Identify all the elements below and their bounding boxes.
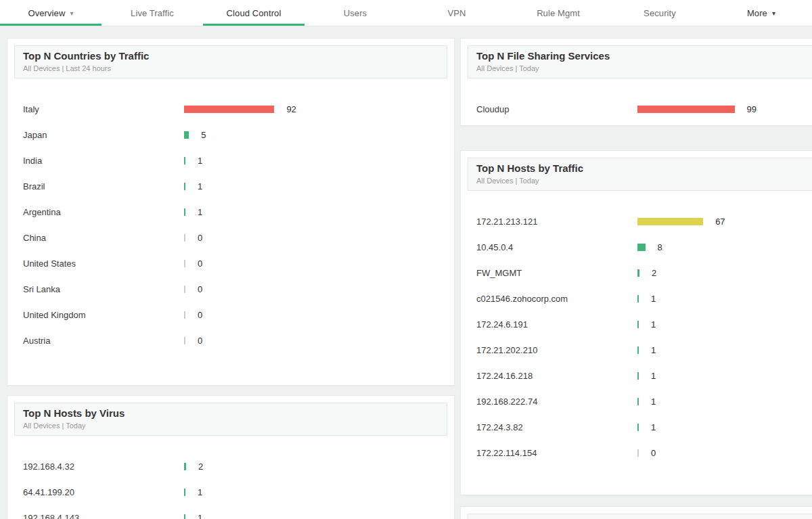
row-label: 172.21.213.121 bbox=[476, 217, 637, 227]
row-label: Italy bbox=[23, 104, 184, 114]
left-column: Top N Countries by Traffic All Devices |… bbox=[7, 38, 455, 519]
nav-tab-label: Rule Mgmt bbox=[537, 8, 580, 18]
card-title: Top N File Sharing Services bbox=[476, 50, 812, 62]
row-value: 5 bbox=[201, 130, 206, 140]
bar[interactable] bbox=[637, 106, 735, 113]
chart-row[interactable]: 172.24.6.191 1 bbox=[461, 311, 812, 337]
row-label: 172.22.114.154 bbox=[476, 448, 637, 458]
row-label: 172.24.6.191 bbox=[476, 319, 637, 330]
bar[interactable] bbox=[637, 372, 639, 380]
row-label: 192.168.4.32 bbox=[23, 461, 184, 472]
nav-tab[interactable]: Live Traffic bbox=[102, 0, 203, 26]
bar[interactable] bbox=[184, 260, 185, 267]
chart-row[interactable]: 10.45.0.4 8 bbox=[461, 234, 812, 260]
bar[interactable] bbox=[184, 311, 185, 319]
chart-row[interactable]: China 0 bbox=[7, 225, 454, 250]
chart-row[interactable]: Italy 92 bbox=[7, 96, 454, 122]
nav-tab[interactable]: VPN bbox=[406, 0, 508, 26]
row-label: Brazil bbox=[23, 181, 184, 191]
bar[interactable] bbox=[637, 449, 639, 457]
row-value: 92 bbox=[286, 104, 296, 114]
chart-row[interactable]: 192.168.4.32 2 bbox=[7, 453, 454, 479]
chart-row[interactable]: 192.168.4.143 1 bbox=[7, 505, 454, 519]
nav-tab[interactable]: Users bbox=[304, 0, 406, 26]
bar[interactable] bbox=[184, 208, 185, 216]
row-value: 0 bbox=[198, 336, 202, 346]
chart-row[interactable]: Sri Lanka 0 bbox=[7, 276, 454, 302]
row-label: Sri Lanka bbox=[23, 284, 184, 294]
row-value: 1 bbox=[198, 181, 202, 191]
chart-row[interactable]: Brazil 1 bbox=[7, 173, 454, 199]
card-header: Top N Hosts by Virus All Devices | Today bbox=[14, 403, 447, 436]
row-value: 1 bbox=[651, 422, 656, 432]
bar[interactable] bbox=[637, 346, 639, 354]
nav-tab-label: VPN bbox=[447, 8, 466, 18]
row-label: Cloudup bbox=[476, 104, 637, 114]
bar[interactable] bbox=[184, 463, 186, 470]
row-label: 10.45.0.4 bbox=[476, 242, 637, 252]
bar[interactable] bbox=[637, 398, 639, 405]
bar[interactable] bbox=[184, 514, 185, 519]
bar[interactable] bbox=[184, 106, 274, 113]
bar[interactable] bbox=[184, 337, 185, 344]
row-value: 8 bbox=[658, 242, 662, 252]
row-label: FW_MGMT bbox=[476, 268, 637, 278]
row-value: 67 bbox=[715, 217, 725, 227]
card-subtitle: All Devices | Last 24 hours bbox=[23, 64, 438, 73]
bar[interactable] bbox=[184, 286, 185, 293]
country-bar-list: Italy 92 Japan 5 India 1 Brazil bbox=[7, 85, 454, 353]
bar[interactable] bbox=[637, 244, 646, 251]
chart-row[interactable]: c021546.zohocorp.com 1 bbox=[461, 286, 812, 311]
nav-tab-label: Users bbox=[344, 8, 367, 18]
row-label: India bbox=[23, 156, 184, 166]
row-value: 0 bbox=[198, 233, 202, 243]
row-label: Austria bbox=[23, 336, 184, 346]
row-label: United States bbox=[23, 258, 184, 269]
nav-tab-label: Overview bbox=[28, 8, 65, 18]
chart-row[interactable]: 64.41.199.20 1 bbox=[7, 479, 454, 505]
chart-row[interactable]: Offcloud 0 bbox=[461, 122, 812, 126]
row-value: 1 bbox=[651, 319, 656, 330]
chevron-down-icon: ▾ bbox=[70, 9, 73, 17]
chart-row[interactable]: FW_MGMT 2 bbox=[461, 260, 812, 286]
chart-row[interactable]: 172.22.114.154 0 bbox=[461, 440, 812, 466]
chart-row[interactable]: Japan 5 bbox=[7, 122, 454, 148]
card-top-file-sharing-services: Top N File Sharing Services All Devices … bbox=[460, 38, 812, 126]
bar[interactable] bbox=[637, 424, 639, 431]
bar[interactable] bbox=[637, 218, 703, 225]
row-value: 1 bbox=[198, 513, 202, 519]
chart-row[interactable]: 172.24.3.82 1 bbox=[461, 414, 812, 440]
chart-row[interactable]: United Kingdom 0 bbox=[7, 302, 454, 328]
file-sharing-bar-list: Cloudup 99 Offcloud 0 bbox=[461, 85, 812, 126]
row-label: Argentina bbox=[23, 207, 184, 217]
chart-row[interactable]: 172.21.202.210 1 bbox=[461, 337, 812, 363]
chart-row[interactable]: 172.21.213.121 67 bbox=[461, 208, 812, 234]
row-value: 1 bbox=[198, 487, 202, 497]
bar[interactable] bbox=[637, 295, 639, 302]
chart-row[interactable]: Austria 0 bbox=[7, 328, 454, 353]
chart-row[interactable]: 172.24.16.218 1 bbox=[461, 363, 812, 388]
bar[interactable] bbox=[184, 131, 189, 139]
nav-tab[interactable]: Overview ▾ bbox=[0, 0, 102, 26]
bar[interactable] bbox=[184, 489, 185, 496]
bar[interactable] bbox=[184, 157, 185, 164]
nav-tab[interactable]: Cloud Control bbox=[203, 0, 304, 26]
bar[interactable] bbox=[637, 269, 639, 277]
nav-tab[interactable]: Security bbox=[609, 0, 710, 26]
bar[interactable] bbox=[637, 321, 639, 328]
chart-row[interactable]: Argentina 1 bbox=[7, 199, 454, 225]
nav-tab-label: Live Traffic bbox=[131, 8, 174, 18]
chart-row[interactable]: 192.168.222.74 1 bbox=[461, 388, 812, 414]
chevron-down-icon: ▾ bbox=[772, 9, 775, 17]
nav-tab[interactable]: More ▾ bbox=[710, 0, 812, 26]
chart-row[interactable]: India 1 bbox=[7, 148, 454, 173]
card-top-hosts-by-traffic: Top N Hosts by Traffic All Devices | Tod… bbox=[460, 150, 812, 495]
card-top-countries-by-traffic: Top N Countries by Traffic All Devices |… bbox=[7, 38, 455, 386]
chart-row[interactable]: United States 0 bbox=[7, 250, 454, 276]
nav-tab[interactable]: Rule Mgmt bbox=[508, 0, 609, 26]
chart-row[interactable]: Cloudup 99 bbox=[461, 96, 812, 122]
bar[interactable] bbox=[184, 183, 185, 190]
row-label: 172.24.3.82 bbox=[476, 422, 637, 432]
bar[interactable] bbox=[184, 234, 185, 242]
row-value: 1 bbox=[651, 345, 656, 355]
